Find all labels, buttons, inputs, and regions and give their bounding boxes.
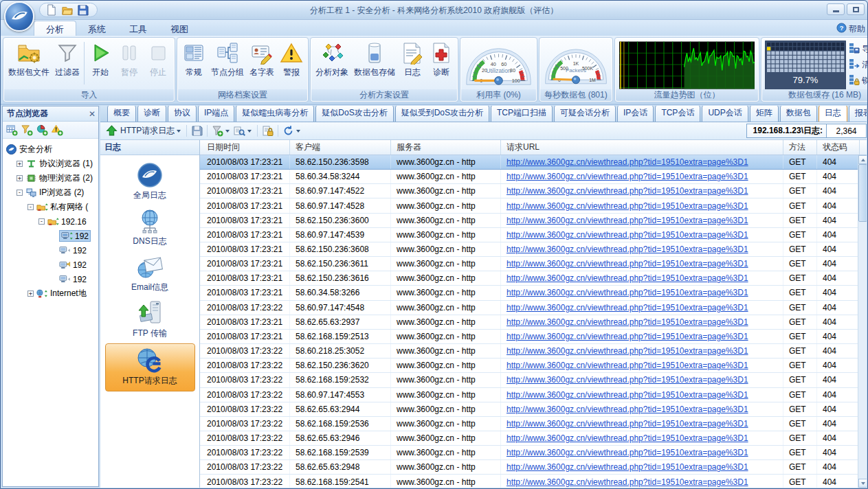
- log-nav-item-HTTP请求日志[interactable]: HTTP请求日志: [105, 343, 195, 391]
- request-url-link[interactable]: http://www.3600gz.cn/viewthread.php?tid=…: [507, 477, 748, 487]
- request-url-link[interactable]: http://www.3600gz.cn/viewthread.php?tid=…: [507, 317, 748, 327]
- add-node-table-icon[interactable]: [6, 124, 18, 136]
- scroll-down-arrow[interactable]: [858, 479, 867, 488]
- collapse-minus-icon[interactable]: -: [38, 218, 45, 225]
- view-tab-TCP端口扫描[interactable]: TCP端口扫描: [491, 106, 553, 122]
- log-nav-item-全局日志[interactable]: 全局日志: [100, 161, 199, 201]
- find-button[interactable]: [234, 125, 245, 137]
- request-url-link[interactable]: http://www.3600gz.cn/viewthread.php?tid=…: [507, 259, 748, 269]
- table-row[interactable]: 2010/08/03 17:23:2158.62.150.236:3616www…: [200, 271, 858, 286]
- tree-item-Internet地[interactable]: +Internet地: [3, 286, 98, 301]
- request-url-link[interactable]: http://www.3600gz.cn/viewthread.php?tid=…: [507, 433, 748, 443]
- help-button[interactable]: ? 帮助: [836, 23, 865, 35]
- request-url-link[interactable]: http://www.3600gz.cn/viewthread.php?tid=…: [507, 375, 748, 385]
- expand-plus-icon[interactable]: +: [27, 291, 34, 297]
- table-row[interactable]: 2010/08/03 17:23:2258.62.168.159:2539www…: [200, 446, 858, 460]
- save-log-button[interactable]: [191, 125, 203, 137]
- view-tab-疑似蠕虫病毒分析[interactable]: 疑似蠕虫病毒分析: [236, 106, 314, 122]
- tree-item-192.16[interactable]: -192.16: [3, 214, 98, 229]
- table-row[interactable]: 2010/08/03 17:23:2158.62.150.236:3611www…: [200, 257, 858, 271]
- tree-item-协议浏览器-1-[interactable]: +协议浏览器 (1): [3, 157, 98, 171]
- lock-log-button[interactable]: [262, 125, 274, 137]
- view-tab-可疑会话分析[interactable]: 可疑会话分析: [554, 106, 616, 122]
- request-url-link[interactable]: http://www.3600gz.cn/viewthread.php?tid=…: [507, 390, 748, 400]
- chevron-down-icon[interactable]: [177, 130, 181, 133]
- close-icon[interactable]: ✕: [89, 109, 96, 119]
- expand-plus-icon[interactable]: +: [16, 175, 23, 181]
- request-url-link[interactable]: http://www.3600gz.cn/viewthread.php?tid=…: [507, 172, 748, 181]
- ribbon-button-诊断[interactable]: 诊断: [427, 39, 456, 78]
- request-url-link[interactable]: http://www.3600gz.cn/viewthread.php?tid=…: [507, 361, 748, 370]
- log-nav-item-Email信息[interactable]: Email信息: [100, 253, 199, 293]
- tree-item-IP浏览器-2-[interactable]: -IP浏览器 (2): [3, 185, 98, 200]
- request-url-link[interactable]: http://www.3600gz.cn/viewthread.php?tid=…: [507, 244, 748, 254]
- request-url-link[interactable]: http://www.3600gz.cn/viewthread.php?tid=…: [507, 462, 748, 472]
- request-url-link[interactable]: http://www.3600gz.cn/viewthread.php?tid=…: [507, 448, 748, 457]
- cache-button-导出[interactable]: 导出: [849, 41, 867, 57]
- ribbon-button-警报[interactable]: 警报: [277, 39, 306, 78]
- view-tab-概要[interactable]: 概要: [107, 106, 136, 122]
- view-tab-UDP会话[interactable]: UDP会话: [702, 106, 748, 122]
- tree-item-物理浏览器-2-[interactable]: +物理浏览器 (2): [3, 171, 98, 185]
- table-row[interactable]: 2010/08/03 17:23:2258.60.218.25:3052www.…: [200, 344, 858, 359]
- table-row[interactable]: 2010/08/03 17:23:2258.62.65.63:2948www.3…: [200, 460, 858, 475]
- request-url-link[interactable]: http://www.3600gz.cn/viewthread.php?tid=…: [507, 273, 748, 283]
- table-row[interactable]: 2010/08/03 17:23:2258.62.168.159:2541www…: [200, 475, 858, 488]
- table-row[interactable]: 2010/08/03 17:23:2158.62.65.63:2937www.3…: [200, 315, 858, 330]
- request-url-link[interactable]: http://www.3600gz.cn/viewthread.php?tid=…: [507, 157, 748, 167]
- column-header-服务器[interactable]: 服务器: [391, 140, 501, 155]
- cache-button-清空[interactable]: 清空: [849, 57, 867, 73]
- request-url-link[interactable]: http://www.3600gz.cn/viewthread.php?tid=…: [507, 201, 748, 211]
- table-row[interactable]: 2010/08/03 17:23:2158.62.168.159:2513www…: [200, 330, 858, 344]
- view-tab-矩阵[interactable]: 矩阵: [750, 106, 779, 122]
- table-row[interactable]: 2010/08/03 17:23:2258.62.168.159:2536www…: [200, 417, 858, 431]
- request-url-link[interactable]: http://www.3600gz.cn/viewthread.php?tid=…: [507, 346, 748, 356]
- request-url-link[interactable]: http://www.3600gz.cn/viewthread.php?tid=…: [507, 303, 748, 312]
- ribbon-button-过滤器[interactable]: 过滤器: [52, 39, 82, 78]
- table-row[interactable]: 2010/08/03 17:23:2158.60.97.147:4522www.…: [200, 184, 858, 198]
- minimize-button[interactable]: [827, 3, 845, 15]
- table-row[interactable]: 2010/08/03 17:23:2158.60.97.147:4528www.…: [200, 198, 858, 213]
- request-url-link[interactable]: http://www.3600gz.cn/viewthread.php?tid=…: [507, 216, 748, 225]
- view-tab-诊断[interactable]: 诊断: [137, 106, 166, 122]
- collapse-minus-icon[interactable]: -: [27, 204, 34, 210]
- collapse-minus-icon[interactable]: -: [16, 190, 23, 196]
- scrollbar-thumb[interactable]: [858, 164, 867, 222]
- chevron-down-icon[interactable]: [247, 130, 252, 133]
- table-row[interactable]: 2010/08/03 17:23:2158.62.150.236:3608www…: [200, 242, 858, 257]
- view-tab-TCP会话[interactable]: TCP会话: [655, 106, 700, 122]
- ribbon-button-数据包文件[interactable]: 数据包文件: [5, 39, 52, 78]
- view-tab-日志[interactable]: 日志: [819, 106, 847, 122]
- column-header-日期时间[interactable]: 日期时间: [200, 140, 290, 155]
- view-tab-协议[interactable]: 协议: [168, 106, 197, 122]
- table-row[interactable]: 2010/08/03 17:23:2158.60.34.58:3266www.3…: [200, 286, 858, 300]
- table-row[interactable]: 2010/08/03 17:23:2258.62.65.63:2944www.3…: [200, 402, 858, 417]
- ribbon-button-分析对象[interactable]: 分析对象: [313, 39, 351, 78]
- ribbon-button-开始[interactable]: 开始: [86, 39, 115, 78]
- request-url-link[interactable]: http://www.3600gz.cn/viewthread.php?tid=…: [507, 186, 748, 196]
- expand-plus-icon[interactable]: +: [16, 161, 23, 167]
- ribbon-button-数据包存储[interactable]: 数据包存储: [351, 39, 398, 78]
- log-nav-item-FTP 传输[interactable]: FTP 传输: [100, 299, 199, 339]
- vertical-scrollbar[interactable]: [858, 155, 867, 488]
- table-row[interactable]: 2010/08/03 17:23:2158.60.34.58:3244www.3…: [200, 170, 858, 184]
- filter-add-button[interactable]: [212, 125, 223, 137]
- add-graph-icon[interactable]: [36, 124, 48, 136]
- tree-item-192[interactable]: 192: [3, 229, 98, 243]
- tree-item-私有网络-[interactable]: -私有网络 (: [3, 200, 98, 214]
- log-nav-item-DNS日志[interactable]: DNS日志: [100, 207, 199, 247]
- view-tab-疑似受到DoS攻击分析[interactable]: 疑似受到DoS攻击分析: [395, 106, 489, 122]
- request-url-link[interactable]: http://www.3600gz.cn/viewthread.php?tid=…: [507, 332, 748, 341]
- table-row[interactable]: 2010/08/03 17:23:2258.60.97.147:4553www.…: [200, 388, 858, 402]
- ribbon-button-常规[interactable]: 常规: [179, 39, 208, 78]
- tree-item-192[interactable]: 192: [3, 243, 98, 258]
- view-tab-疑似DoS攻击分析[interactable]: 疑似DoS攻击分析: [315, 106, 393, 122]
- add-filter-icon[interactable]: [21, 124, 33, 136]
- cache-button-锁定[interactable]: 锁定: [849, 73, 867, 89]
- table-row[interactable]: 2010/08/03 17:23:2158.60.97.147:4539www.…: [200, 228, 858, 242]
- table-row[interactable]: 2010/08/03 17:23:2258.60.97.147:4548www.…: [200, 301, 858, 315]
- maximize-button[interactable]: [847, 3, 865, 15]
- ribbon-button-日志[interactable]: 日志: [398, 39, 427, 78]
- chevron-down-icon[interactable]: [296, 130, 300, 133]
- table-row[interactable]: 2010/08/03 17:23:2258.62.65.63:2946www.3…: [200, 431, 858, 446]
